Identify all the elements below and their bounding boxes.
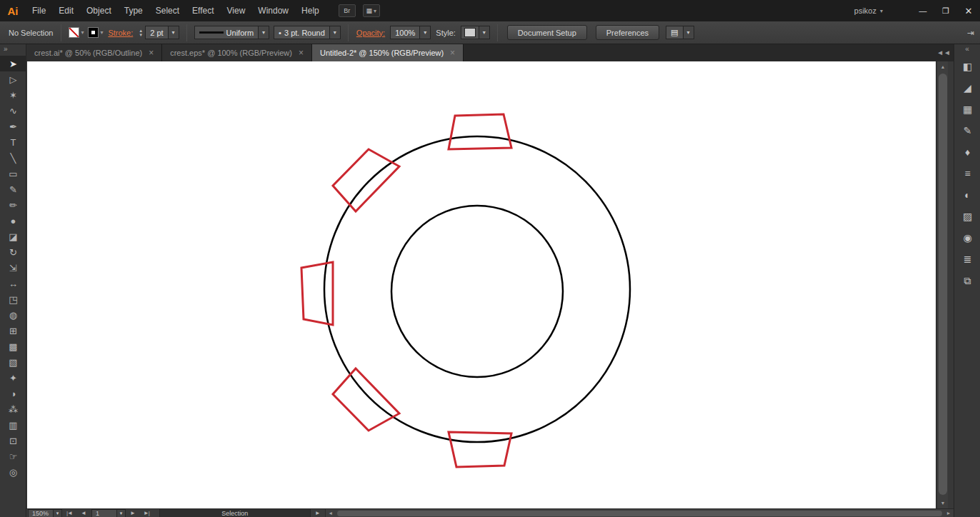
chevron-down-icon[interactable]: ▾ bbox=[53, 510, 61, 517]
artboards-panel-icon[interactable]: ⧉ bbox=[954, 270, 980, 291]
scroll-right-icon[interactable]: ► bbox=[944, 509, 954, 517]
menu-select[interactable]: Select bbox=[149, 0, 186, 21]
chevron-down-icon[interactable]: ▾ bbox=[116, 510, 125, 517]
paintbrush-tool[interactable]: ✎ bbox=[0, 181, 26, 197]
tab-close-icon[interactable]: × bbox=[299, 48, 304, 58]
type-tool[interactable]: T bbox=[0, 134, 26, 150]
symbol-sprayer-tool[interactable]: ⁂ bbox=[0, 401, 26, 417]
tab-untitled-2[interactable]: Untitled-2* @ 150% (RGB/Preview) × bbox=[312, 44, 464, 61]
tab-close-icon[interactable]: × bbox=[450, 48, 455, 58]
pencil-tool[interactable]: ✏ bbox=[0, 197, 26, 213]
gradient-tool[interactable]: ▧ bbox=[0, 354, 26, 370]
perspective-grid-tool[interactable]: ⊞ bbox=[0, 323, 26, 338]
zoom-tool[interactable]: ◎ bbox=[0, 464, 26, 480]
close-button[interactable]: ✕ bbox=[957, 3, 980, 19]
scroll-left-icon[interactable]: ◄ bbox=[326, 509, 336, 517]
pen-tool[interactable]: ✒ bbox=[0, 119, 26, 134]
bridge-icon[interactable]: Br bbox=[339, 4, 356, 17]
mesh-tool[interactable]: ▩ bbox=[0, 338, 26, 354]
vertical-scroll-thumb[interactable] bbox=[939, 74, 947, 495]
eraser-tool[interactable]: ◪ bbox=[0, 229, 26, 244]
horizontal-scrollbar[interactable]: ◄ ► bbox=[325, 509, 954, 517]
vertical-scrollbar[interactable]: ▲ ▼ bbox=[936, 61, 948, 508]
chevron-down-icon[interactable]: ▾ bbox=[419, 26, 430, 39]
artboard-tool[interactable]: ⊡ bbox=[0, 433, 26, 448]
scroll-up-icon[interactable]: ▲ bbox=[937, 61, 949, 72]
tab-upper-left[interactable] bbox=[333, 149, 399, 211]
tab-crest-ai[interactable]: crest.ai* @ 50% (RGB/Outline) × bbox=[26, 44, 162, 61]
collapse-controlbar-icon[interactable]: ⇥ bbox=[967, 28, 974, 38]
scale-tool[interactable]: ⇲ bbox=[0, 260, 26, 276]
status-flyout-icon[interactable]: ► bbox=[311, 510, 325, 516]
appearance-panel-icon[interactable]: ◉ bbox=[954, 227, 980, 249]
scroll-down-icon[interactable]: ▼ bbox=[937, 498, 949, 508]
style-select[interactable]: ▾ bbox=[461, 26, 490, 39]
next-artboard-button[interactable]: ► bbox=[126, 510, 139, 516]
column-graph-tool[interactable]: ▥ bbox=[0, 417, 26, 433]
magic-wand-tool[interactable]: ✶ bbox=[0, 87, 26, 103]
expand-panels-icon[interactable]: « bbox=[954, 44, 980, 56]
stroke-weight-select[interactable]: 2 pt ▾ bbox=[145, 26, 179, 39]
chevron-down-icon[interactable]: ▾ bbox=[683, 26, 694, 39]
swatches-panel-icon[interactable]: ▦ bbox=[954, 99, 980, 120]
direct-selection-tool[interactable]: ▷ bbox=[0, 71, 26, 87]
line-segment-tool[interactable]: ╲ bbox=[0, 150, 26, 166]
fill-color-control[interactable]: ▾ bbox=[69, 27, 84, 38]
tabbar-collapse-icon[interactable]: ◄◄ bbox=[936, 49, 951, 56]
preferences-button[interactable]: Preferences bbox=[596, 25, 659, 40]
menu-effect[interactable]: Effect bbox=[186, 0, 220, 21]
stepper-down-icon[interactable]: ▼ bbox=[139, 33, 143, 37]
rotate-tool[interactable]: ↻ bbox=[0, 244, 26, 260]
stroke-panel-link[interactable]: Stroke: bbox=[108, 29, 133, 37]
artboard-canvas[interactable] bbox=[27, 61, 936, 508]
chevron-down-icon[interactable]: ▾ bbox=[258, 26, 269, 39]
align-options-select[interactable]: ▤ ▾ bbox=[666, 26, 694, 39]
tab-top[interactable] bbox=[449, 114, 511, 149]
width-tool[interactable]: ↔ bbox=[0, 276, 26, 291]
artboard-select[interactable]: 1 ▾ bbox=[91, 509, 126, 517]
lasso-tool[interactable]: ∿ bbox=[0, 103, 26, 119]
layers-panel-icon[interactable]: ≣ bbox=[954, 249, 980, 270]
restore-button[interactable]: ❐ bbox=[934, 3, 957, 19]
chevron-down-icon[interactable]: ▾ bbox=[329, 26, 340, 39]
symbols-panel-icon[interactable]: ♦ bbox=[954, 141, 980, 163]
transparency-panel-icon[interactable]: ▨ bbox=[954, 206, 980, 227]
tab-close-icon[interactable]: × bbox=[149, 48, 154, 58]
document-setup-button[interactable]: Document Setup bbox=[507, 25, 587, 40]
tab-bottom[interactable] bbox=[449, 432, 511, 467]
stroke-color-control[interactable]: ▾ bbox=[88, 27, 103, 38]
first-artboard-button[interactable]: |◄ bbox=[62, 510, 76, 516]
tab-lower-left[interactable] bbox=[333, 368, 399, 431]
menu-help[interactable]: Help bbox=[295, 0, 326, 21]
free-transform-tool[interactable]: ◳ bbox=[0, 291, 26, 307]
eyedropper-tool[interactable]: ✦ bbox=[0, 370, 26, 386]
blob-brush-tool[interactable]: ● bbox=[0, 213, 26, 229]
width-profile-select[interactable]: Uniform ▾ bbox=[194, 26, 270, 39]
menu-type[interactable]: Type bbox=[118, 0, 149, 21]
stroke-weight-stepper[interactable]: ▲ ▼ bbox=[139, 29, 143, 37]
chevron-down-icon[interactable]: ▾ bbox=[479, 26, 489, 39]
last-artboard-button[interactable]: ►| bbox=[139, 510, 154, 516]
shape-builder-tool[interactable]: ◍ bbox=[0, 307, 26, 323]
arrange-documents-icon[interactable]: ▦▾ bbox=[363, 4, 380, 17]
stroke-panel-icon[interactable]: ≡ bbox=[954, 163, 980, 184]
color-guide-panel-icon[interactable]: ◢ bbox=[954, 77, 980, 99]
minimize-button[interactable]: — bbox=[911, 3, 934, 19]
previous-artboard-button[interactable]: ◄ bbox=[76, 510, 90, 516]
brush-definition-select[interactable]: • 3 pt. Round ▾ bbox=[274, 26, 341, 39]
tab-crest-eps[interactable]: crest.eps* @ 100% (RGB/Preview) × bbox=[162, 44, 312, 61]
blend-tool[interactable]: ◑ bbox=[0, 386, 26, 401]
horizontal-scroll-thumb[interactable] bbox=[337, 511, 942, 516]
hand-tool[interactable]: ☞ bbox=[0, 448, 26, 464]
menu-edit[interactable]: Edit bbox=[52, 0, 80, 21]
zoom-select[interactable]: 150% ▾ bbox=[28, 509, 62, 517]
circle-path-2[interactable] bbox=[391, 206, 563, 377]
opacity-select[interactable]: 100% ▾ bbox=[390, 26, 431, 39]
workspace-user-menu[interactable]: psikoz▾ bbox=[854, 6, 883, 15]
opacity-panel-link[interactable]: Opacity: bbox=[356, 29, 385, 37]
menu-view[interactable]: View bbox=[221, 0, 252, 21]
circle-path-1[interactable] bbox=[324, 136, 630, 442]
brushes-panel-icon[interactable]: ✎ bbox=[954, 120, 980, 141]
expand-tools-icon[interactable]: » bbox=[0, 44, 26, 56]
tab-left[interactable] bbox=[301, 262, 333, 325]
